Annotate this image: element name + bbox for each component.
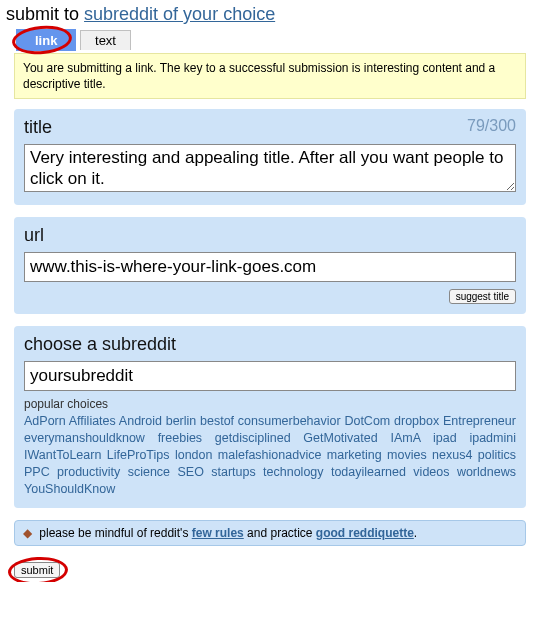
popular-subreddit-link[interactable]: everymanshouldknow — [24, 431, 145, 445]
submission-tabs: link text — [16, 29, 534, 51]
popular-subreddit-link[interactable]: DotCom — [344, 414, 390, 428]
rules-suffix: . — [414, 526, 417, 540]
title-panel: 79/300 title — [14, 109, 526, 205]
url-panel: url suggest title — [14, 217, 526, 314]
popular-subreddit-link[interactable]: technology — [263, 465, 323, 479]
popular-subreddit-link[interactable]: todayilearned — [331, 465, 406, 479]
popular-subreddit-link[interactable]: movies — [387, 448, 427, 462]
popular-subreddit-link[interactable]: science — [128, 465, 170, 479]
subreddit-of-choice-link[interactable]: subreddit of your choice — [84, 4, 275, 24]
rules-middle: and practice — [244, 526, 316, 540]
popular-subreddit-link[interactable]: getdisciplined — [215, 431, 291, 445]
subreddit-input[interactable] — [24, 361, 516, 391]
page-title: submit to subreddit of your choice — [6, 4, 534, 25]
popular-choices-list: AdPorn Affiliates Android berlin bestof … — [24, 413, 516, 497]
popular-subreddit-link[interactable]: YouShouldKnow — [24, 482, 115, 496]
popular-subreddit-link[interactable]: bestof — [200, 414, 234, 428]
reddiquette-link[interactable]: good reddiquette — [316, 526, 414, 540]
popular-subreddit-link[interactable]: politics — [478, 448, 516, 462]
popular-subreddit-link[interactable]: london — [175, 448, 213, 462]
rules-bar: ◆ please be mindful of reddit's few rule… — [14, 520, 526, 546]
popular-subreddit-link[interactable]: PPC — [24, 465, 50, 479]
tab-link[interactable]: link — [16, 29, 76, 51]
title-counter: 79/300 — [467, 117, 516, 135]
info-bar: You are submitting a link. The key to a … — [14, 53, 526, 99]
title-input[interactable] — [24, 144, 516, 192]
popular-subreddit-link[interactable]: videos — [413, 465, 449, 479]
subreddit-panel: choose a subreddit popular choices AdPor… — [14, 326, 526, 507]
subreddit-heading: choose a subreddit — [24, 334, 516, 355]
submit-button[interactable]: submit — [14, 562, 60, 578]
popular-subreddit-link[interactable]: ipad — [433, 431, 457, 445]
popular-subreddit-link[interactable]: nexus4 — [432, 448, 472, 462]
popular-subreddit-link[interactable]: LifeProTips — [107, 448, 170, 462]
popular-subreddit-link[interactable]: Affiliates — [69, 414, 116, 428]
title-heading: title — [24, 117, 52, 137]
popular-subreddit-link[interactable]: AdPorn — [24, 414, 66, 428]
rules-prefix: please be mindful of reddit's — [39, 526, 191, 540]
submit-to-text: submit to — [6, 4, 79, 24]
popular-subreddit-link[interactable]: consumerbehavior — [238, 414, 341, 428]
tab-text[interactable]: text — [80, 30, 131, 50]
popular-subreddit-link[interactable]: Android — [119, 414, 162, 428]
popular-subreddit-link[interactable]: marketing — [327, 448, 382, 462]
popular-subreddit-link[interactable]: IWantToLearn — [24, 448, 101, 462]
popular-subreddit-link[interactable]: productivity — [57, 465, 120, 479]
url-heading: url — [24, 225, 516, 246]
rules-icon: ◆ — [23, 526, 32, 540]
popular-subreddit-link[interactable]: startups — [211, 465, 255, 479]
popular-choices-label: popular choices — [24, 397, 516, 411]
popular-subreddit-link[interactable]: IAmA — [390, 431, 420, 445]
few-rules-link[interactable]: few rules — [192, 526, 244, 540]
suggest-title-button[interactable]: suggest title — [449, 289, 516, 304]
popular-subreddit-link[interactable]: dropbox — [394, 414, 439, 428]
popular-subreddit-link[interactable]: GetMotivated — [303, 431, 377, 445]
url-input[interactable] — [24, 252, 516, 282]
popular-subreddit-link[interactable]: SEO — [177, 465, 203, 479]
popular-subreddit-link[interactable]: malefashionadvice — [218, 448, 322, 462]
popular-subreddit-link[interactable]: berlin — [166, 414, 197, 428]
popular-subreddit-link[interactable]: Entrepreneur — [443, 414, 516, 428]
popular-subreddit-link[interactable]: ipadmini — [469, 431, 516, 445]
popular-subreddit-link[interactable]: worldnews — [457, 465, 516, 479]
popular-subreddit-link[interactable]: freebies — [158, 431, 202, 445]
